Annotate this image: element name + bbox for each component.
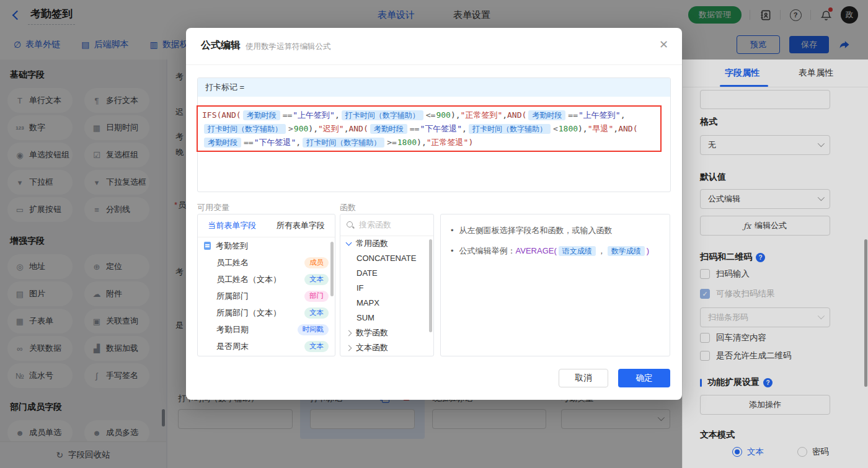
chevron-right-icon: [346, 345, 352, 351]
example-field-chip: 语文成绩: [559, 246, 596, 256]
formula-token: "正常签到": [461, 110, 503, 120]
formula-token: AND(: [507, 110, 526, 120]
close-icon[interactable]: ✕: [659, 38, 668, 51]
formula-token: ==: [568, 110, 578, 120]
confirm-button[interactable]: 确定: [618, 369, 670, 387]
formula-token: ),: [417, 138, 427, 147]
formula-code-area[interactable]: IFS(AND(考勤时段=="上午签到",打卡时间（数字辅助）<=900),"正…: [197, 105, 662, 152]
variable-row[interactable]: 考勤日期时间戳: [198, 321, 335, 338]
functions-scrollbar[interactable]: [429, 239, 432, 332]
formula-token: <: [553, 124, 558, 133]
example-prefix: 公式编辑举例：: [459, 246, 516, 255]
function-group-name: 常用函数: [356, 236, 388, 251]
example-comma: ，: [598, 246, 606, 255]
tab-all-form-fields[interactable]: 所有表单字段: [277, 220, 325, 231]
chevron-right-icon: [346, 330, 352, 336]
divider: [186, 64, 682, 65]
variable-name: 所属部门: [216, 291, 304, 302]
variable-row[interactable]: 是否周末文本: [198, 338, 335, 355]
variable-type-badge: 文本: [304, 274, 329, 285]
field-chip[interactable]: 打卡时间（数字辅助）: [303, 138, 384, 148]
formula-token: 1800: [559, 124, 578, 133]
formula-edit-modal: 公式编辑 使用数学运算符编辑公式 ✕ 打卡标记 = IFS(AND(考勤时段==…: [186, 28, 682, 400]
formula-editor[interactable]: 打卡标记 = IFS(AND(考勤时段=="上午签到",打卡时间（数字辅助）<=…: [197, 77, 671, 192]
variable-type-badge: 文本: [304, 341, 329, 352]
tab-current-form-fields[interactable]: 当前表单字段: [208, 220, 256, 231]
function-group-2[interactable]: 文本函数: [340, 340, 433, 355]
variables-scrollbar[interactable]: [330, 242, 334, 296]
formula-token: ,: [296, 138, 301, 147]
function-group-name: 数学函数: [356, 325, 388, 340]
field-chip[interactable]: 打卡时间（数字辅助）: [342, 110, 423, 120]
formula-token: ==: [410, 124, 420, 133]
formula-line-1: 打卡时间（数字辅助）>900),"迟到",AND(考勤时段=="下午签退",打卡…: [202, 122, 656, 136]
formula-token: ),: [578, 124, 588, 133]
function-item[interactable]: DATE: [340, 266, 433, 281]
formula-token: ==: [283, 110, 293, 120]
cancel-button[interactable]: 取消: [559, 369, 608, 387]
bullet-icon: •: [451, 224, 454, 237]
field-chip[interactable]: 考勤时段: [370, 124, 407, 134]
example-function: AVERAGE(: [516, 246, 557, 255]
field-chip[interactable]: 打卡时间（数字辅助）: [204, 124, 286, 134]
formula-token: AND(: [618, 124, 637, 133]
field-chip[interactable]: 考勤时段: [204, 138, 241, 148]
variables-label: 可用变量: [197, 202, 229, 213]
field-chip[interactable]: 考勤时段: [528, 110, 565, 120]
formula-token: AND(: [348, 124, 368, 133]
search-placeholder: 搜索函数: [359, 219, 391, 231]
formula-target-bar: 打卡标记 =: [198, 78, 670, 97]
tip-line-1: • 从左侧面板选择字段名和函数，或输入函数: [451, 224, 660, 237]
variable-name: 考勤签到: [216, 241, 329, 252]
form-doc-icon: [204, 242, 211, 250]
formula-token: ),: [451, 110, 461, 120]
function-item[interactable]: MAPX: [340, 296, 433, 311]
function-group-0[interactable]: 常用函数: [340, 236, 433, 251]
function-item[interactable]: SUM: [340, 311, 433, 325]
variable-row[interactable]: 所属部门部门: [198, 288, 335, 304]
variable-row[interactable]: 所属部门（文本）文本: [198, 304, 335, 321]
formula-token: ==: [244, 138, 254, 147]
formula-token: ): [468, 138, 473, 147]
formula-token: ,: [613, 124, 618, 133]
formula-token: "下午签退": [254, 138, 296, 147]
formula-token: ,: [621, 110, 626, 120]
variable-name: 考勤日期: [216, 324, 298, 335]
tip-line-2: • 公式编辑举例：AVERAGE(语文成绩，数学成绩): [451, 244, 660, 258]
formula-line-0: IFS(AND(考勤时段=="上午签到",打卡时间（数字辅助）<=900),"正…: [202, 108, 656, 122]
formula-token: 1800: [397, 138, 417, 147]
formula-token: IFS(AND(: [202, 110, 241, 120]
formula-line-2: 考勤时段=="下午签退",打卡时间（数字辅助）>=1800),"正常签退"): [202, 136, 656, 149]
variables-panel: 当前表单字段 所有表单字段 考勤签到员工姓名成员员工姓名（文本）文本所属部门部门…: [197, 214, 335, 356]
formula-token: "早退": [588, 124, 614, 133]
formula-token: ),: [308, 124, 318, 133]
variables-tabs: 当前表单字段 所有表单字段: [198, 214, 335, 237]
search-icon: [347, 221, 355, 229]
function-item[interactable]: CONCATENATE: [340, 251, 433, 266]
tip-text: 从左侧面板选择字段名和函数，或输入函数: [459, 224, 613, 237]
field-chip[interactable]: 考勤时段: [243, 110, 280, 120]
functions-list: 常用函数CONCATENATEDATEIFMAPXSUM数学函数文本函数: [340, 236, 433, 355]
function-search[interactable]: 搜索函数: [340, 214, 433, 236]
variable-type-badge: 时间戳: [298, 324, 329, 335]
variable-root-row[interactable]: 考勤签到: [198, 237, 335, 254]
function-item[interactable]: IF: [340, 281, 433, 296]
formula-token: >=: [387, 138, 397, 147]
functions-panel: 搜索函数 常用函数CONCATENATEDATEIFMAPXSUM数学函数文本函…: [340, 214, 434, 356]
formula-token: ,: [335, 110, 340, 120]
tips-panel: • 从左侧面板选择字段名和函数，或输入函数 • 公式编辑举例：AVERAGE(语…: [440, 214, 670, 356]
field-chip[interactable]: 打卡时间（数字辅助）: [469, 124, 551, 134]
modal-subtitle: 使用数学运算符编辑公式: [246, 42, 331, 52]
example-field-chip: 数学成绩: [608, 246, 645, 256]
formula-token: "迟到": [318, 124, 344, 133]
formula-token: >: [288, 124, 293, 133]
variable-row[interactable]: 员工姓名（文本）文本: [198, 271, 335, 288]
function-group-1[interactable]: 数学函数: [340, 325, 433, 340]
formula-token: 900: [436, 110, 450, 120]
bullet-icon: •: [451, 244, 454, 258]
formula-token: "下午签退": [420, 124, 462, 133]
formula-token: 900: [294, 124, 308, 133]
formula-token: ,: [462, 124, 467, 133]
variable-name: 是否周末: [216, 341, 304, 352]
variable-row[interactable]: 员工姓名成员: [198, 254, 335, 271]
